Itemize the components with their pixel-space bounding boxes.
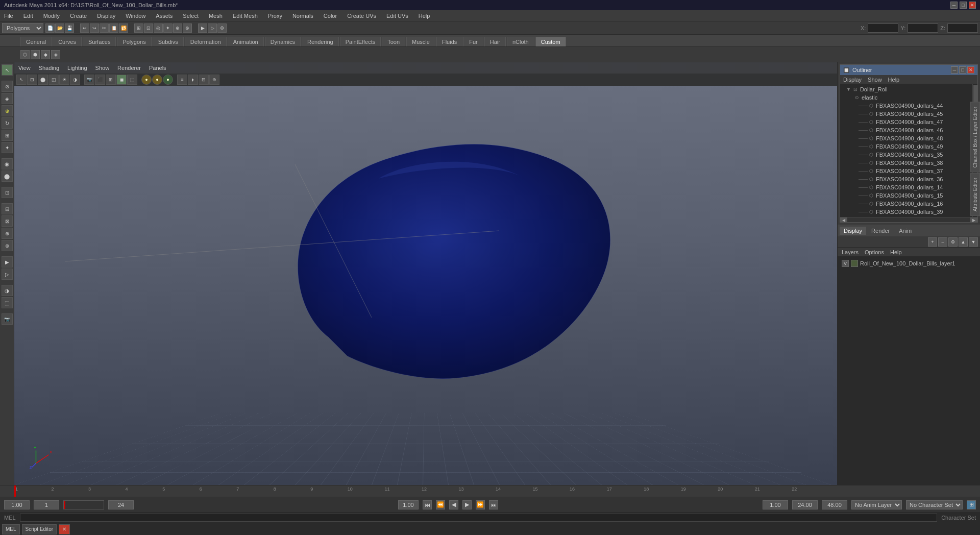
tb-render-settings[interactable]: ⚙ (217, 23, 227, 33)
shelf-tab-rendering[interactable]: Rendering (302, 37, 339, 46)
tool-rotate[interactable]: ↻ (2, 117, 13, 129)
shelf-icon-1[interactable]: ⬡ (20, 50, 30, 59)
layer-tb-options[interactable]: ⚙ (948, 237, 958, 247)
tb-snap-2[interactable]: ⊡ (144, 23, 153, 33)
timeline-mini[interactable] (63, 500, 104, 509)
menu-help[interactable]: Help (416, 12, 432, 20)
tool-move[interactable]: ⊕ (2, 105, 13, 116)
tree-arrow-dollar-roll[interactable]: ▼ (846, 87, 851, 92)
outliner-menu-display[interactable]: Display (843, 77, 862, 83)
tb-save[interactable]: 💾 (65, 23, 74, 33)
pb-go-end[interactable]: ⏭ (489, 500, 498, 509)
vp-icon-select[interactable]: ↖ (16, 75, 27, 85)
tb-icon-2[interactable]: ↪ (90, 23, 99, 33)
vp-icon-wire-on-shade[interactable]: ⬚ (127, 75, 137, 85)
layer-tab-display[interactable]: Display (840, 227, 866, 235)
vp-icon-isolate[interactable]: ⊕ (209, 75, 219, 85)
playhead[interactable] (14, 485, 16, 497)
menu-mesh[interactable]: Mesh (207, 12, 225, 20)
vp-icon-bg[interactable]: ⬛ (95, 75, 105, 85)
task-close[interactable]: ✕ (59, 524, 70, 534)
shelf-tab-toon[interactable]: Toon (382, 37, 405, 46)
layer-visibility-btn[interactable]: V (842, 260, 849, 267)
menu-normals[interactable]: Normals (290, 12, 315, 20)
tool-paint[interactable]: ◈ (2, 93, 13, 104)
pb-play-back[interactable]: ◀ (449, 500, 458, 509)
outliner-hscrollbar[interactable]: ◀ ▶ (840, 217, 977, 222)
layer-tb-delete[interactable]: – (938, 237, 947, 247)
tb-icon-4[interactable]: 📋 (109, 23, 118, 33)
layer-opt-help[interactable]: Help (890, 249, 902, 255)
pb-step-back[interactable]: ⏪ (436, 500, 445, 509)
tree-item-dollars-35[interactable]: —— ⬡ FBXASC04900_dollars_35 (841, 151, 971, 159)
tool-wireframe[interactable]: ⬚ (2, 297, 13, 308)
vp-icon-grid[interactable]: ⊞ (106, 75, 116, 85)
tree-item-dollars-36[interactable]: —— ⬡ FBXASC04900_dollars_36 (841, 175, 971, 183)
menu-create[interactable]: Create (68, 12, 89, 20)
minimize-btn[interactable]: ─ (950, 2, 958, 9)
tb-render[interactable]: ▶ (198, 23, 207, 33)
speed-field[interactable]: 1.00 (398, 500, 419, 509)
tool-soft-mod[interactable]: ◉ (2, 158, 13, 169)
shelf-tab-animation[interactable]: Animation (228, 37, 264, 46)
shelf-tab-surfaces[interactable]: Surfaces (83, 37, 116, 46)
vp-icon-poly-count[interactable]: ≡ (177, 75, 187, 85)
tree-item-dollars-16[interactable]: —— ⬡ FBXASC04900_dollars_16 (841, 200, 971, 208)
menu-color[interactable]: Color (322, 12, 339, 20)
task-script-ed[interactable]: Script Editor (22, 524, 57, 534)
shelf-tab-curves[interactable]: Curves (53, 37, 82, 46)
vp-icon-light[interactable]: ☀ (59, 75, 69, 85)
current-frame-start[interactable]: 1.00 (4, 500, 30, 509)
playback-end-field[interactable]: 24 (108, 500, 134, 509)
shelf-tab-fur[interactable]: Fur (463, 37, 483, 46)
maximize-btn[interactable]: □ (960, 2, 967, 9)
tool-snap-to-grid[interactable]: ⊟ (2, 203, 13, 214)
tool-snap-to-view[interactable]: ⊗ (2, 240, 13, 251)
vp-icon-texture[interactable]: ◫ (48, 75, 59, 85)
vp-icon-smooth-shade[interactable]: ◼ (116, 75, 127, 85)
shelf-tab-ncloth[interactable]: nCloth (507, 37, 534, 46)
range-end-2[interactable]: 48.00 (822, 500, 847, 509)
menu-window[interactable]: Window (124, 12, 148, 20)
tb-icon-5[interactable]: 🔁 (119, 23, 128, 33)
tree-item-elastic[interactable]: ⊙ elastic (841, 93, 971, 102)
vp-icon-hud[interactable]: ⊟ (199, 75, 209, 85)
shelf-icon-3[interactable]: ◆ (41, 50, 50, 59)
outliner-menu-show[interactable]: Show (868, 77, 882, 83)
menu-assets[interactable]: Assets (154, 12, 175, 20)
vp-icon-light-1[interactable]: ● (141, 75, 152, 85)
shelf-tab-fluids[interactable]: Fluids (436, 37, 462, 46)
vp-menu-view[interactable]: View (18, 65, 31, 71)
menu-edit[interactable]: Edit (21, 12, 35, 20)
tool-show-manip[interactable]: ⊡ (2, 187, 13, 198)
layer-tab-render[interactable]: Render (867, 227, 894, 235)
tool-select[interactable]: ↖ (2, 64, 13, 76)
tool-snap-to-curve[interactable]: ⊠ (2, 215, 13, 227)
vp-icon-camera[interactable]: 📷 (84, 75, 94, 85)
tb-snap-3[interactable]: ◎ (154, 23, 163, 33)
menu-modify[interactable]: Modify (41, 12, 62, 20)
tb-snap-4[interactable]: ✦ (163, 23, 173, 33)
tool-snap-to-point[interactable]: ⊕ (2, 228, 13, 239)
tree-item-dollars-14[interactable]: —— ⬡ FBXASC04900_dollars_14 (841, 183, 971, 191)
tb-open[interactable]: 📂 (55, 23, 64, 33)
vp-icon-wire[interactable]: ⊡ (27, 75, 37, 85)
vp-menu-shading[interactable]: Shading (39, 65, 59, 71)
playback-start-field[interactable]: 1 (34, 500, 59, 509)
tb-icon-1[interactable]: ↩ (80, 23, 89, 33)
shelf-tab-subdivs[interactable]: Subdivs (153, 37, 184, 46)
tb-new[interactable]: 📄 (45, 23, 55, 33)
scene-canvas[interactable]: X Y Z (14, 62, 837, 485)
char-set-select[interactable]: No Character Set (906, 500, 963, 509)
edge-tab-attribute-editor[interactable]: Attribute Editor (970, 173, 980, 216)
shelf-tab-deformation[interactable]: Deformation (185, 37, 227, 46)
shelf-tab-polygons[interactable]: Polygons (117, 37, 151, 46)
layer-tb-new[interactable]: + (928, 237, 937, 247)
vp-menu-show[interactable]: Show (95, 65, 110, 71)
tree-item-dollars-46[interactable]: —— ⬡ FBXASC04900_dollars_46 (841, 126, 971, 134)
menu-display[interactable]: Display (95, 12, 117, 20)
menu-file[interactable]: File (2, 12, 15, 20)
mode-selector[interactable]: Polygons Surfaces Dynamics Rendering (2, 23, 43, 33)
timeline-ruler[interactable]: 1 2 3 4 5 6 7 8 9 10 11 12 13 14 15 16 1… (14, 485, 837, 497)
tree-item-dollars-47[interactable]: —— ⬡ FBXASC04900_dollars_47 (841, 118, 971, 126)
